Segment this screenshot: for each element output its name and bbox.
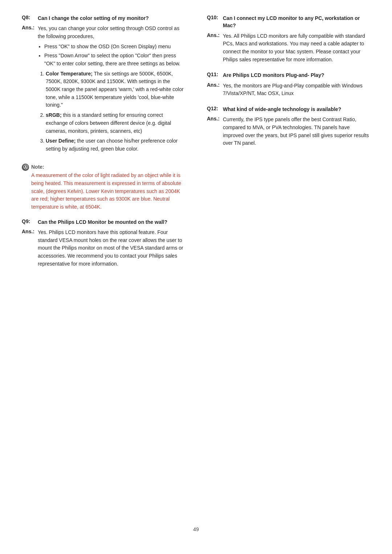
note-circle-icon: Ⓐ [22, 164, 29, 171]
q8-item-1-title: Color Temperature; [46, 71, 93, 77]
q8-numbered-list: Color Temperature; The six settings are … [38, 70, 185, 153]
q10-answer-row: Ans.: Yes. All Philips LCD monitors are … [207, 32, 370, 64]
q12-answer-content: Currently, the IPS type panels offer the… [223, 116, 370, 147]
q8-answer-intro: Yes, you can change your color setting t… [38, 25, 179, 39]
q12-question-row: Q12: What kind of wide-angle technology … [207, 106, 370, 113]
q8-bullet-2: Press "Down Arrow" to select the option … [44, 52, 185, 67]
page: Q8: Can I change the color setting of my… [0, 0, 392, 554]
q10-block: Q10: Can I connect my LCD monitor to any… [207, 15, 370, 63]
q8-block: Q8: Can I change the color setting of my… [22, 15, 185, 155]
note-content: Note: A measurement of the color of ligh… [31, 163, 185, 211]
note-text: A measurement of the color of light radi… [31, 172, 185, 211]
q9-block: Q9: Can the Philips LCD Monitor be mount… [22, 218, 185, 268]
q12-label: Q12: [207, 106, 223, 113]
page-number: 49 [22, 526, 370, 532]
q8-question-row: Q8: Can I change the color setting of my… [22, 15, 185, 22]
q8-item-2-title: sRGB; [46, 112, 62, 118]
right-column: Q10: Can I connect my LCD monitor to any… [203, 15, 370, 516]
q8-ans-label: Ans.: [22, 25, 38, 155]
q8-bullet-1: Press "OK" to show the OSD (On Screen Di… [44, 43, 185, 51]
q11-label: Q11: [207, 71, 223, 79]
q8-question-text: Can I change the color setting of my mon… [38, 15, 149, 22]
q8-item-2: sRGB; this is a standard setting for ens… [46, 111, 185, 135]
q8-answer-content: Yes, you can change your color setting t… [38, 25, 185, 155]
q8-bullets: Press "OK" to show the OSD (On Screen Di… [38, 43, 185, 68]
q9-label: Q9: [22, 218, 38, 226]
q9-answer-content: Yes. Philips LCD monitors have this opti… [38, 229, 185, 268]
q9-question-text: Can the Philips LCD Monitor be mounted o… [38, 218, 167, 226]
q8-item-3-title: User Define; [46, 138, 75, 144]
q11-answer-content: Yes, the monitors are Plug-and-Play comp… [223, 82, 370, 98]
left-column: Q8: Can I change the color setting of my… [22, 15, 189, 516]
q12-block: Q12: What kind of wide-angle technology … [207, 106, 370, 147]
note-block: Ⓐ Note: A measurement of the color of li… [22, 163, 185, 211]
q11-question-text: Are Philips LCD monitors Plug-and- Play? [223, 71, 324, 79]
q10-answer-content: Yes. All Philips LCD monitors are fully … [223, 32, 370, 64]
q10-label: Q10: [207, 15, 223, 29]
q9-answer-row: Ans.: Yes. Philips LCD monitors have thi… [22, 229, 185, 268]
q12-answer-text: Currently, the IPS type panels offer the… [223, 116, 369, 146]
q11-block: Q11: Are Philips LCD monitors Plug-and- … [207, 71, 370, 98]
q10-ans-label: Ans.: [207, 32, 223, 64]
q8-item-1: Color Temperature; The six settings are … [46, 70, 185, 109]
q10-question-row: Q10: Can I connect my LCD monitor to any… [207, 15, 370, 29]
q12-question-text: What kind of wide-angle technology is av… [223, 106, 341, 113]
q12-answer-row: Ans.: Currently, the IPS type panels off… [207, 116, 370, 147]
q9-answer-text: Yes. Philips LCD monitors have this opti… [38, 229, 183, 267]
q8-label: Q8: [22, 15, 38, 22]
q10-question-text: Can I connect my LCD monitor to any PC, … [223, 15, 370, 29]
q9-question-row: Q9: Can the Philips LCD Monitor be mount… [22, 218, 185, 226]
q11-ans-label: Ans.: [207, 82, 223, 98]
q10-answer-text: Yes. All Philips LCD monitors are fully … [223, 33, 365, 62]
q8-answer-row: Ans.: Yes, you can change your color set… [22, 25, 185, 155]
note-icon-wrapper: Ⓐ [22, 164, 29, 171]
q8-item-3: User Define; the user can choose his/her… [46, 137, 185, 153]
q11-answer-text: Yes, the monitors are Plug-and-Play comp… [223, 83, 363, 97]
q11-question-row: Q11: Are Philips LCD monitors Plug-and- … [207, 71, 370, 79]
q11-answer-row: Ans.: Yes, the monitors are Plug-and-Pla… [207, 82, 370, 98]
note-label: Note: [31, 163, 185, 171]
q12-ans-label: Ans.: [207, 116, 223, 147]
q8-item-2-text: this is a standard setting for ensuring … [46, 112, 171, 134]
content-columns: Q8: Can I change the color setting of my… [22, 15, 370, 516]
q9-ans-label: Ans.: [22, 229, 38, 268]
